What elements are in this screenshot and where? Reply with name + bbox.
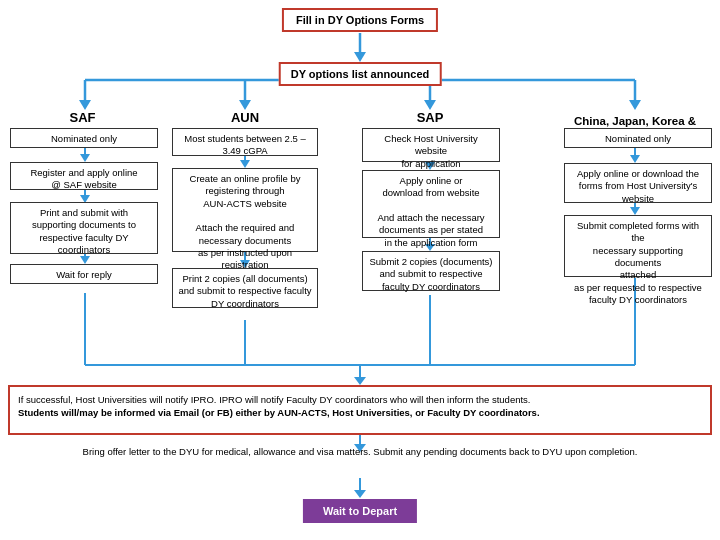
- china-box-2: Apply online or download theforms from H…: [564, 163, 712, 203]
- aun-box-2: Create an online profile byregistering t…: [172, 168, 318, 252]
- svg-marker-26: [630, 155, 640, 163]
- svg-marker-16: [80, 256, 90, 264]
- svg-marker-4: [79, 100, 91, 110]
- sap-box-1: Check Host University websitefor applica…: [362, 128, 500, 162]
- flowchart: Fill in DY Options Forms DY options list…: [0, 0, 720, 540]
- svg-marker-39: [354, 490, 366, 498]
- bottom-text: Bring offer letter to the DYU for medica…: [8, 445, 712, 458]
- title-text: Fill in DY Options Forms: [296, 14, 424, 26]
- info-box: If successful, Host Universities will no…: [8, 385, 712, 435]
- china-box-3: Submit completed forms with thenecessary…: [564, 215, 712, 277]
- title-box: Fill in DY Options Forms: [282, 8, 438, 32]
- saf-box-1: Nominated only: [10, 128, 158, 148]
- svg-marker-28: [630, 207, 640, 215]
- depart-box: Wait to Depart: [303, 499, 417, 523]
- saf-box-3: Print and submit withsupporting document…: [10, 202, 158, 254]
- announced-text: DY options list announced: [291, 68, 430, 80]
- saf-box-4: Wait for reply: [10, 264, 158, 284]
- sap-box-2: Apply online ordownload from websiteAnd …: [362, 170, 500, 238]
- svg-marker-1: [354, 52, 366, 62]
- aun-box-1: Most students between 2.5 –3.49 cGPA: [172, 128, 318, 156]
- svg-marker-18: [240, 160, 250, 168]
- china-box-1: Nominated only: [564, 128, 712, 148]
- svg-marker-8: [424, 100, 436, 110]
- svg-marker-12: [80, 154, 90, 162]
- info-bold-text: Students will/may be informed via Email …: [18, 407, 540, 418]
- aun-box-3: Print 2 copies (all documents)and submit…: [172, 268, 318, 308]
- saf-header: SAF: [10, 110, 155, 125]
- aun-header: AUN: [170, 110, 320, 125]
- sap-box-3: Submit 2 copies (documents)and submit to…: [362, 251, 500, 291]
- sap-header: SAP: [370, 110, 490, 125]
- announced-box: DY options list announced: [279, 62, 442, 86]
- saf-box-2: Register and apply online@ SAF website: [10, 162, 158, 190]
- svg-marker-35: [354, 377, 366, 385]
- svg-marker-6: [239, 100, 251, 110]
- info-text: If successful, Host Universities will no…: [18, 394, 530, 405]
